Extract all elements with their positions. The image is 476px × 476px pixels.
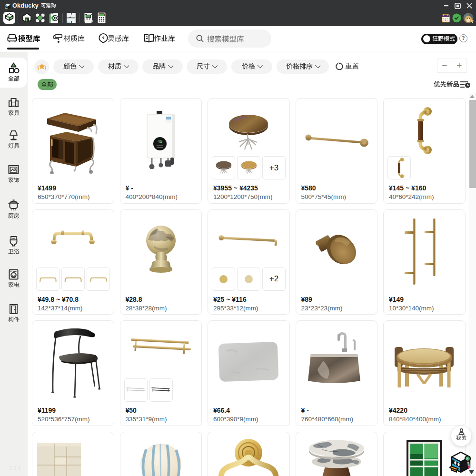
svg-text:45: 45 — [158, 139, 162, 144]
